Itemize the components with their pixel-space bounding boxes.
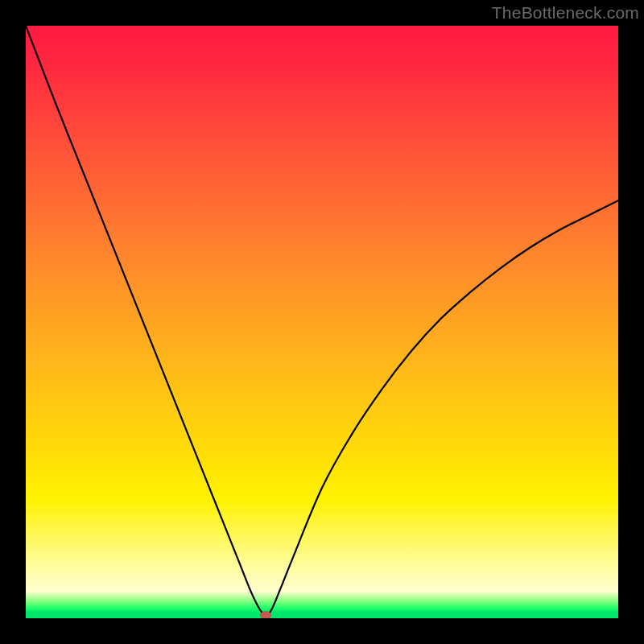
plot-area <box>26 26 618 618</box>
bottleneck-curve <box>26 26 618 615</box>
chart-svg <box>26 26 618 618</box>
minimum-marker <box>260 611 271 618</box>
chart-frame: TheBottleneck.com <box>0 0 644 644</box>
watermark-text: TheBottleneck.com <box>492 3 639 23</box>
